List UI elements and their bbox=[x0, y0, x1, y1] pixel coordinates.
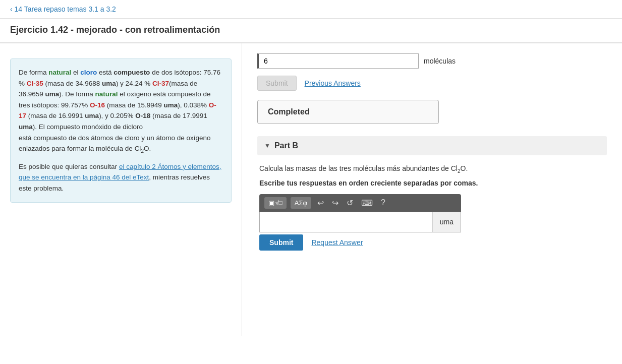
math-input-container: ▣ √□ ΑΣφ ↩ ↪ ↺ ⌨ ? uma bbox=[259, 194, 605, 232]
keyboard-button[interactable]: ⌨ bbox=[359, 197, 375, 209]
answer-input[interactable] bbox=[257, 53, 419, 69]
math-answer-input[interactable] bbox=[260, 212, 432, 232]
chevron-down-icon: ▼ bbox=[264, 142, 270, 149]
bottom-submit-row: Submit Request Answer bbox=[259, 234, 605, 251]
part-b-section: ▼ Part B Calcula las masas de las tres m… bbox=[257, 136, 607, 251]
sqrt-label: √□ bbox=[275, 199, 282, 206]
right-panel: moléculas Submit Previous Answers Comple… bbox=[242, 43, 622, 336]
breadcrumb-nav: ‹ 14 Tarea repaso temas 3.1 a 3.2 bbox=[0, 0, 622, 19]
redo-button[interactable]: ↪ bbox=[330, 197, 341, 209]
math-toolbar: ▣ √□ ΑΣφ ↩ ↪ ↺ ⌨ ? bbox=[259, 194, 461, 212]
completed-box: Completed bbox=[257, 100, 439, 124]
refresh-button[interactable]: ↺ bbox=[345, 197, 355, 209]
undo-button[interactable]: ↩ bbox=[315, 197, 326, 209]
part-b-header[interactable]: ▼ Part B bbox=[257, 136, 607, 155]
unit-label: moléculas bbox=[424, 57, 456, 65]
answer-input-row: moléculas bbox=[257, 53, 607, 69]
math-tool-alpha-button[interactable]: ΑΣφ bbox=[291, 197, 311, 209]
part-b-instruction: Escribe tus respuestas en orden crecient… bbox=[259, 179, 605, 187]
formula-icon: ▣ bbox=[268, 199, 274, 207]
math-unit-label: uma bbox=[432, 212, 461, 232]
part-b-content: Calcula las masas de las tres moléculas … bbox=[257, 163, 607, 251]
submit-disabled-button: Submit bbox=[257, 76, 297, 91]
submit-row: Submit Previous Answers bbox=[257, 76, 607, 91]
alpha-label: ΑΣφ bbox=[295, 199, 307, 207]
help-button[interactable]: ? bbox=[379, 197, 387, 208]
math-tool-sqrt-button[interactable]: ▣ √□ bbox=[264, 197, 287, 209]
page-title: Ejercicio 1.42 - mejorado - con retroali… bbox=[0, 19, 622, 43]
part-b-description: Calcula las masas de las tres moléculas … bbox=[259, 163, 605, 175]
info-box: De forma natural el cloro está compuesto… bbox=[10, 58, 232, 203]
part-b-label: Part B bbox=[274, 141, 298, 150]
previous-answers-link[interactable]: Previous Answers bbox=[305, 79, 361, 87]
back-link[interactable]: ‹ 14 Tarea repaso temas 3.1 a 3.2 bbox=[10, 5, 116, 13]
math-input-area: uma bbox=[259, 212, 461, 232]
part-b-submit-button[interactable]: Submit bbox=[259, 234, 303, 251]
request-answer-link[interactable]: Request Answer bbox=[311, 238, 363, 247]
left-panel: De forma natural el cloro está compuesto… bbox=[0, 43, 242, 336]
main-layout: De forma natural el cloro está compuesto… bbox=[0, 43, 622, 336]
